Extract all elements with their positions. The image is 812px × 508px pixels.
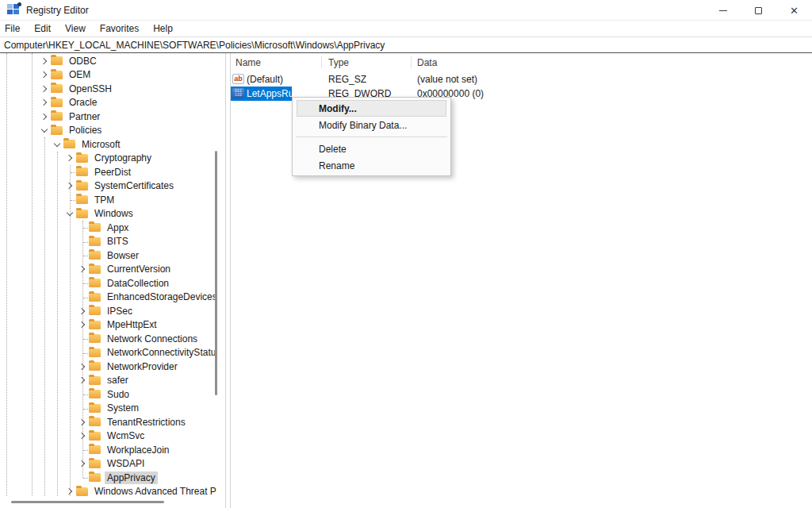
context-menu-item-rename[interactable]: Rename: [293, 157, 450, 174]
chevron-right-icon[interactable]: [38, 96, 51, 109]
tree-item-label: DataCollection: [105, 277, 171, 290]
tree-item-label: OEM: [67, 68, 93, 81]
menu-help[interactable]: Help: [146, 21, 180, 37]
chevron-right-icon[interactable]: [38, 68, 51, 81]
tree-item[interactable]: OEM: [0, 68, 225, 83]
tree-item[interactable]: PeerDist: [0, 165, 225, 179]
tree-vertical-scrollbar[interactable]: [215, 151, 217, 395]
chevron-right-icon[interactable]: [38, 55, 51, 67]
address-bar[interactable]: Computer\HKEY_LOCAL_MACHINE\SOFTWARE\Pol…: [0, 37, 812, 53]
chevron-down-icon[interactable]: [51, 138, 63, 151]
tree-item-label: Policies: [67, 124, 104, 137]
folder-icon: [76, 182, 88, 190]
tree-item[interactable]: AppPrivacy: [0, 471, 225, 485]
tree-item[interactable]: Oracle: [0, 96, 225, 110]
folder-icon: [76, 167, 88, 176]
tree-item[interactable]: safer: [0, 374, 225, 388]
tree-item[interactable]: Cryptography: [0, 152, 225, 166]
chevron-right-icon[interactable]: [76, 305, 89, 318]
pane-splitter[interactable]: [225, 53, 231, 508]
folder-icon: [89, 237, 101, 246]
chevron-right-icon[interactable]: [76, 263, 89, 275]
tree-item[interactable]: DataCollection: [0, 276, 225, 291]
chevron-right-icon[interactable]: [76, 360, 89, 373]
tree-item[interactable]: WSDAPI: [0, 457, 225, 471]
menu-file[interactable]: File: [0, 21, 27, 37]
folder-icon: [89, 460, 101, 468]
tree-item-label: MpeHttpExt: [105, 318, 159, 331]
chevron-down-icon[interactable]: [63, 207, 76, 220]
caption-buttons: ✕: [705, 0, 812, 21]
tree-item[interactable]: TenantRestrictions: [0, 415, 225, 429]
column-header-data[interactable]: Data: [417, 57, 437, 68]
tree-item[interactable]: Policies: [0, 124, 225, 138]
folder-icon: [89, 348, 101, 357]
folder-icon: [76, 210, 88, 218]
chevron-right-icon[interactable]: [38, 83, 51, 95]
folder-icon: [89, 473, 101, 482]
chevron-right-icon[interactable]: [76, 457, 89, 470]
value-type: REG_SZ: [328, 74, 366, 85]
tree-item[interactable]: Sudo: [0, 387, 225, 402]
tree-item[interactable]: WcmSvc: [0, 429, 225, 444]
tree-item[interactable]: BITS: [0, 235, 225, 249]
chevron-down-icon[interactable]: [38, 124, 51, 137]
column-header-type[interactable]: Type: [328, 57, 349, 68]
value-name: (Default): [247, 74, 283, 85]
no-chevron-spacer: [76, 291, 89, 303]
folder-icon: [76, 195, 88, 204]
menu-favorites[interactable]: Favorites: [93, 21, 146, 37]
tree-item[interactable]: NetworkConnectivityStatu: [0, 346, 225, 360]
no-chevron-spacer: [76, 235, 89, 248]
minimize-button[interactable]: [705, 0, 741, 21]
tree-item[interactable]: TPM: [0, 193, 225, 207]
tree-item[interactable]: Appx: [0, 221, 225, 235]
tree-item-label: SystemCertificates: [92, 179, 176, 192]
tree-item[interactable]: SystemCertificates: [0, 179, 225, 194]
tree-item[interactable]: Microsoft: [0, 137, 225, 152]
folder-icon: [89, 362, 101, 371]
context-menu-item-delete[interactable]: Delete: [293, 140, 450, 157]
tree-item[interactable]: WorkplaceJoin: [0, 443, 225, 457]
chevron-right-icon[interactable]: [63, 179, 76, 192]
chevron-right-icon[interactable]: [76, 416, 89, 429]
tree-item[interactable]: Partner: [0, 110, 225, 124]
chevron-right-icon[interactable]: [76, 374, 89, 387]
tree-item[interactable]: MpeHttpExt: [0, 318, 225, 333]
context-menu-item-modify-binary-data[interactable]: Modify Binary Data...: [293, 117, 450, 133]
tree-item-label: NetworkConnectivityStatu: [105, 346, 218, 359]
menu-view[interactable]: View: [58, 21, 93, 37]
tree-item-label: Network Connections: [105, 333, 200, 345]
folder-icon: [89, 432, 101, 441]
no-chevron-spacer: [76, 444, 89, 456]
column-header-name[interactable]: Name: [236, 57, 261, 68]
tree-item[interactable]: CurrentVersion: [0, 263, 225, 277]
tree-item[interactable]: EnhancedStorageDevices: [0, 291, 225, 305]
no-chevron-spacer: [76, 277, 89, 290]
tree-item[interactable]: OpenSSH: [0, 82, 225, 96]
folder-icon: [51, 84, 63, 93]
value-row[interactable]: ab(Default)REG_SZ(value not set): [231, 72, 812, 87]
column-separator[interactable]: [411, 56, 412, 68]
column-separator[interactable]: [321, 56, 322, 68]
chevron-right-icon[interactable]: [63, 485, 76, 498]
chevron-right-icon[interactable]: [76, 318, 89, 331]
no-chevron-spacer: [76, 346, 89, 359]
tree-horizontal-scrollbar[interactable]: [11, 501, 164, 503]
tree-item[interactable]: NetworkProvider: [0, 360, 225, 374]
value-name: LetAppsRunInBa: [247, 88, 292, 99]
tree-item[interactable]: IPSec: [0, 304, 225, 318]
maximize-button[interactable]: [741, 0, 776, 21]
menu-edit[interactable]: Edit: [27, 21, 58, 37]
chevron-right-icon[interactable]: [63, 152, 76, 164]
chevron-right-icon[interactable]: [38, 110, 51, 123]
tree-item[interactable]: Network Connections: [0, 332, 225, 346]
chevron-right-icon[interactable]: [76, 429, 89, 442]
tree-item[interactable]: Bowser: [0, 248, 225, 263]
tree-item[interactable]: System: [0, 402, 225, 416]
tree-item[interactable]: Windows Advanced Threat P: [0, 485, 225, 499]
context-menu-item-modify[interactable]: Modify...: [297, 100, 446, 117]
tree-item[interactable]: Windows: [0, 207, 225, 221]
tree-item[interactable]: ODBC: [0, 54, 225, 68]
close-button[interactable]: ✕: [776, 0, 812, 21]
